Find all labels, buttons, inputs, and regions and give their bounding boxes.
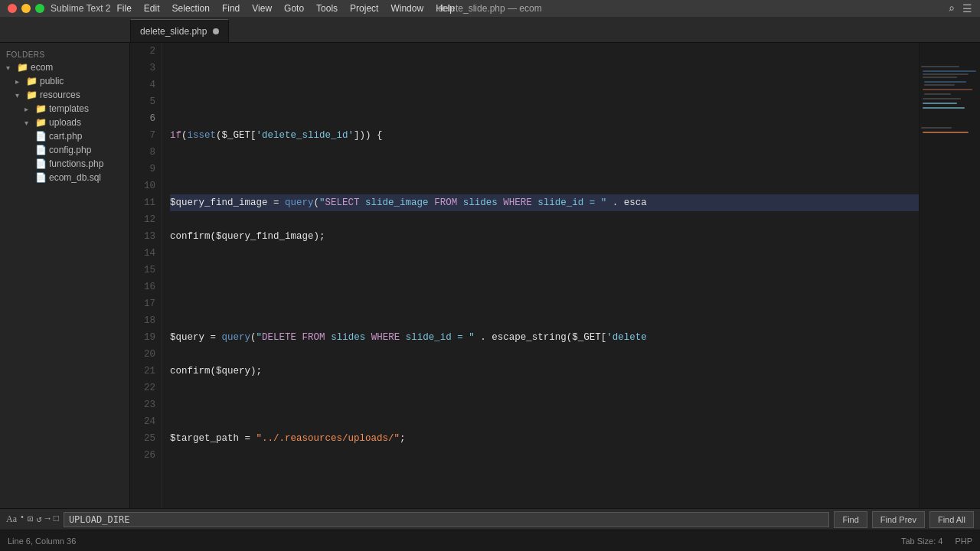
file-icon: 📄 [35, 131, 46, 142]
menu-edit[interactable]: Edit [144, 3, 160, 14]
code-line [170, 497, 919, 508]
list-icon[interactable]: ☰ [962, 2, 972, 15]
minimap [919, 43, 980, 508]
app-name: Sublime Text 2 [51, 3, 111, 14]
file-icon: 📄 [35, 158, 46, 169]
sidebar-item-label: templates [49, 103, 89, 114]
code-line [170, 161, 919, 178]
tab-filename: delete_slide.php [140, 26, 207, 37]
sidebar: FOLDERS ▾ 📁 ecom ▸ 📁 public ▾ 📁 resource… [0, 43, 130, 508]
tab-modified-indicator [213, 28, 219, 34]
code-line [170, 60, 919, 77]
file-icon: 📄 [35, 172, 46, 183]
titlebar: Sublime Text 2 File Edit Selection Find … [0, 0, 980, 17]
sidebar-item-label: cart.php [49, 131, 82, 142]
sidebar-item-ecom[interactable]: ▾ 📁 ecom [0, 60, 129, 74]
svg-rect-12 [923, 132, 969, 133]
code-content[interactable]: if(isset($_GET['delete_slide_id'])) { $q… [162, 43, 919, 508]
menu-bar: File Edit Selection Find View Goto Tools… [117, 3, 455, 14]
minimize-button[interactable] [21, 4, 31, 13]
folder-icon: 📁 [17, 62, 28, 73]
code-line [170, 464, 919, 481]
window-title: delete_slide.php — ecom [438, 3, 541, 14]
chevron-right-icon: ▸ [15, 77, 24, 86]
wrap-icon[interactable]: ⊡ [28, 514, 33, 525]
code-area: 2 3 4 5 6 7 8 9 10 11 12 13 14 15 16 17 … [130, 43, 980, 508]
menu-goto[interactable]: Goto [284, 3, 304, 14]
code-line: $query = query("DELETE FROM slides WHERE… [170, 329, 919, 346]
code-line: confirm($query); [170, 363, 919, 380]
svg-rect-1 [923, 70, 976, 72]
svg-rect-9 [923, 103, 957, 104]
sidebar-item-uploads[interactable]: ▾ 📁 uploads [0, 116, 129, 129]
font-icon[interactable]: Aa [6, 514, 17, 525]
status-tab-size[interactable]: Tab Size: 4 [901, 536, 942, 546]
find-input[interactable] [64, 512, 830, 527]
svg-rect-7 [924, 93, 951, 95]
sidebar-item-label: ecom [31, 62, 53, 73]
statusbar: Line 6, Column 36 Tab Size: 4 PHP [0, 530, 980, 551]
svg-rect-10 [923, 107, 965, 109]
menu-window[interactable]: Window [390, 3, 423, 14]
chevron-right-icon: ▸ [24, 105, 34, 113]
menu-find[interactable]: Find [222, 3, 240, 14]
chevron-down-icon: ▾ [6, 64, 15, 72]
sidebar-item-label: public [40, 76, 64, 86]
find-prev-button[interactable]: Find Prev [872, 511, 925, 528]
svg-rect-8 [923, 98, 961, 99]
svg-rect-11 [921, 127, 952, 129]
folder-icon: 📁 [26, 90, 37, 100]
right-icons: ⌕ ☰ [949, 2, 972, 15]
find-button[interactable]: Find [834, 511, 867, 528]
editor-tab[interactable]: delete_slide.php [130, 19, 229, 42]
find-icons: Aa • ⊡ ↺ → □ [6, 514, 59, 525]
tabbar: delete_slide.php [0, 17, 980, 43]
sidebar-item-label: functions.php [49, 158, 103, 169]
code-line [170, 262, 919, 279]
svg-rect-3 [923, 77, 957, 78]
sidebar-item-label: ecom_db.sql [49, 172, 101, 183]
svg-rect-6 [923, 89, 972, 90]
search-icon[interactable]: ⌕ [949, 2, 955, 15]
svg-rect-2 [923, 73, 969, 75]
code-line: $query_find_image = query("SELECT slide_… [170, 194, 919, 211]
traffic-lights [8, 4, 44, 13]
code-line: confirm($query_find_image); [170, 228, 919, 245]
chevron-down-icon: ▾ [15, 91, 24, 99]
sidebar-item-resources[interactable]: ▾ 📁 resources [0, 88, 129, 102]
dot-icon[interactable]: • [20, 514, 24, 525]
svg-rect-5 [924, 84, 955, 86]
findbar: Aa • ⊡ ↺ → □ Find Find Prev Find All [0, 508, 980, 530]
svg-rect-0 [921, 66, 959, 67]
sidebar-item-label: config.php [49, 145, 91, 155]
status-position: Line 6, Column 36 [8, 536, 76, 546]
menu-project[interactable]: Project [350, 3, 378, 14]
sidebar-item-public[interactable]: ▸ 📁 public [0, 74, 129, 88]
code-line [170, 295, 919, 312]
code-line [170, 93, 919, 110]
folder-icon: 📁 [26, 76, 37, 86]
maximize-button[interactable] [35, 4, 44, 13]
sidebar-item-templates[interactable]: ▸ 📁 templates [0, 102, 129, 116]
menu-selection[interactable]: Selection [172, 3, 210, 14]
status-language[interactable]: PHP [955, 536, 972, 546]
find-all-button[interactable]: Find All [929, 511, 974, 528]
file-icon: 📄 [35, 145, 46, 155]
code-line [170, 396, 919, 413]
close-button[interactable] [8, 4, 17, 13]
code-line: if(isset($_GET['delete_slide_id'])) { [170, 127, 919, 144]
sidebar-item-label: uploads [49, 117, 81, 128]
sidebar-item-cart[interactable]: 📄 cart.php [0, 129, 129, 143]
menu-file[interactable]: File [117, 3, 132, 14]
box-icon[interactable]: □ [54, 514, 59, 525]
sidebar-item-ecom-db[interactable]: 📄 ecom_db.sql [0, 171, 129, 184]
chevron-down-icon: ▾ [24, 119, 34, 127]
undo-icon[interactable]: ↺ [36, 514, 41, 525]
sidebar-item-config[interactable]: 📄 config.php [0, 143, 129, 157]
editor[interactable]: 2 3 4 5 6 7 8 9 10 11 12 13 14 15 16 17 … [130, 43, 980, 508]
menu-view[interactable]: View [252, 3, 272, 14]
folder-icon: 📁 [35, 103, 46, 114]
menu-tools[interactable]: Tools [316, 3, 338, 14]
sidebar-item-functions[interactable]: 📄 functions.php [0, 157, 129, 171]
arrow-icon[interactable]: → [44, 514, 50, 525]
